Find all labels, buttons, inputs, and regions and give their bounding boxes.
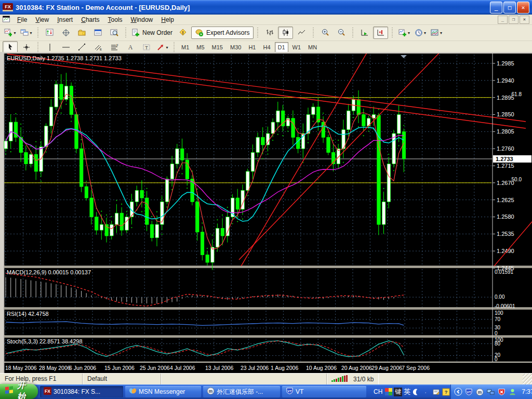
child-minimize-button[interactable]: _: [498, 16, 508, 24]
rsi-tick: 100: [495, 310, 503, 316]
timeframe-mn[interactable]: MN: [305, 42, 320, 52]
start-button[interactable]: 开始: [0, 384, 38, 399]
templates-button[interactable]: ▾: [429, 26, 444, 39]
dropdown-arrow-icon[interactable]: ▾: [424, 31, 426, 35]
date-label: 4 Jul 2006: [170, 365, 195, 371]
auto-scroll-icon: [361, 29, 369, 37]
price-tick: 1.2985: [497, 60, 514, 66]
close-button[interactable]: ✕: [517, 2, 529, 14]
ime-pinyin-icon[interactable]: [384, 388, 393, 396]
timeframe-d1[interactable]: D1: [275, 42, 288, 52]
menu-help[interactable]: Help: [157, 16, 178, 24]
chart-line-button[interactable]: [294, 26, 309, 39]
new-order-button[interactable]: New Order: [130, 26, 174, 39]
taskbar-task-2[interactable]: MSN Messenger: [125, 386, 201, 397]
status-profile[interactable]: Default: [83, 374, 161, 385]
taskbar-clock[interactable]: 7:37: [522, 388, 532, 395]
new-chart-button[interactable]: ▾: [3, 26, 18, 39]
cursor-icon: [6, 43, 15, 51]
connection-bars-icon: [331, 375, 349, 384]
tray-messenger-contact-icon[interactable]: [508, 388, 517, 396]
menu-window[interactable]: Window: [127, 16, 157, 24]
tray-maxthon-icon[interactable]: m: [475, 388, 484, 396]
expert-advisors-button[interactable]: Expert Advisors: [191, 26, 254, 39]
shapes-icon: [156, 43, 165, 51]
new-chart-icon: [4, 29, 12, 37]
taskbar-task-3[interactable]: m外汇迷俱乐部 -...: [203, 386, 280, 397]
menu-view[interactable]: View: [31, 16, 53, 24]
timeframe-h4[interactable]: H4: [260, 42, 273, 52]
svg-text:m: m: [209, 389, 213, 394]
tray-security-shield-icon[interactable]: [497, 388, 506, 396]
price-tick: 1.2580: [497, 214, 514, 220]
lang-indicator[interactable]: CH: [374, 388, 382, 395]
menu-file[interactable]: File: [13, 16, 31, 24]
favorites-button[interactable]: [74, 26, 89, 39]
new-order-label: New Order: [142, 29, 172, 36]
date-label: 29 Aug 2006: [371, 365, 402, 371]
svg-text:,: ,: [425, 389, 426, 394]
menu-tools[interactable]: Tools: [104, 16, 127, 24]
chart-bars-button[interactable]: [262, 26, 277, 39]
child-restore-button[interactable]: ❐: [509, 16, 518, 24]
zoom-in-button[interactable]: [317, 26, 332, 39]
timeframe-w1[interactable]: W1: [289, 42, 304, 52]
auto-scroll-button[interactable]: [357, 26, 372, 39]
timeframe-h1[interactable]: H1: [245, 42, 259, 52]
rsi-header: RSI(14) 42.4758: [7, 311, 49, 317]
ime-key-icon[interactable]: 键: [394, 388, 402, 396]
chart-shift-button[interactable]: [373, 26, 388, 39]
strategy-tester-button[interactable]: [107, 26, 122, 39]
stoch-tick: 0: [495, 356, 498, 362]
svg-text:FX: FX: [5, 4, 11, 9]
tray-vt-shield-icon[interactable]: VT: [464, 388, 473, 396]
comma-icon[interactable]: ,: [422, 388, 431, 396]
dropdown-arrow-icon[interactable]: ▾: [166, 45, 168, 50]
timeframe-m5[interactable]: M5: [193, 42, 207, 52]
taskbar-task-1[interactable]: FX3010384: FX S...: [40, 386, 123, 397]
data-window-button[interactable]: [90, 26, 105, 39]
toolbar-separator: [313, 28, 314, 38]
menu-charts[interactable]: Charts: [77, 16, 103, 24]
chart-candles-button[interactable]: [278, 26, 293, 39]
dropdown-arrow-icon[interactable]: ▾: [408, 31, 410, 35]
indicators-button[interactable]: ▾: [396, 26, 411, 39]
zoom-out-button[interactable]: [334, 26, 349, 39]
strategy-tester-icon: [110, 29, 118, 37]
ime-en-icon[interactable]: 英: [403, 387, 411, 396]
price-chart[interactable]: 1.29851.29401.28951.28501.28051.27601.27…: [0, 52, 532, 373]
alert-button[interactable]: !: [175, 26, 190, 39]
menu-insert[interactable]: Insert: [53, 16, 77, 24]
taskbar-task-4[interactable]: VTVT: [282, 386, 366, 397]
moon-icon[interactable]: [412, 388, 421, 396]
periods-button[interactable]: ▾: [413, 26, 428, 39]
navigator-button[interactable]: [58, 26, 73, 39]
toolbar-separator: [392, 28, 393, 38]
child-close-button[interactable]: ✕: [520, 16, 529, 24]
language-bar: CH 键英,?: [374, 387, 450, 396]
dropdown-arrow-icon[interactable]: ▾: [14, 31, 16, 35]
svg-text:T: T: [145, 45, 148, 50]
timeframe-m30[interactable]: M30: [227, 42, 244, 52]
maximize-button[interactable]: □: [503, 2, 516, 14]
timeframe-m1[interactable]: M1: [178, 42, 192, 52]
date-label: 15 Jun 2006: [104, 365, 135, 371]
ime-pad-icon[interactable]: [432, 388, 441, 396]
dropdown-arrow-icon[interactable]: ▾: [440, 31, 442, 35]
tray-collapse-chevron-icon[interactable]: [454, 388, 462, 396]
fx-logo-icon: FX: [44, 387, 51, 396]
date-label: 25 Jun 2006: [140, 365, 170, 371]
resize-grip[interactable]: [523, 374, 532, 385]
svg-text:VT: VT: [467, 390, 471, 393]
market-watch-button[interactable]: [42, 26, 57, 39]
expert-advisors-icon: [195, 29, 204, 37]
profiles-button[interactable]: ▾: [19, 26, 34, 39]
standard-toolbar: ▾▾New Order!Expert Advisors▾▾▾: [0, 25, 532, 41]
text-icon: A: [126, 43, 135, 51]
timeframe-m15[interactable]: M15: [209, 42, 226, 52]
minimize-button[interactable]: _: [490, 2, 502, 14]
dropdown-arrow-icon[interactable]: ▾: [30, 31, 32, 35]
tray-network-icon[interactable]: [486, 388, 495, 396]
task-label: 3010384: FX S...: [54, 388, 100, 395]
help-icon[interactable]: ?: [442, 388, 450, 396]
